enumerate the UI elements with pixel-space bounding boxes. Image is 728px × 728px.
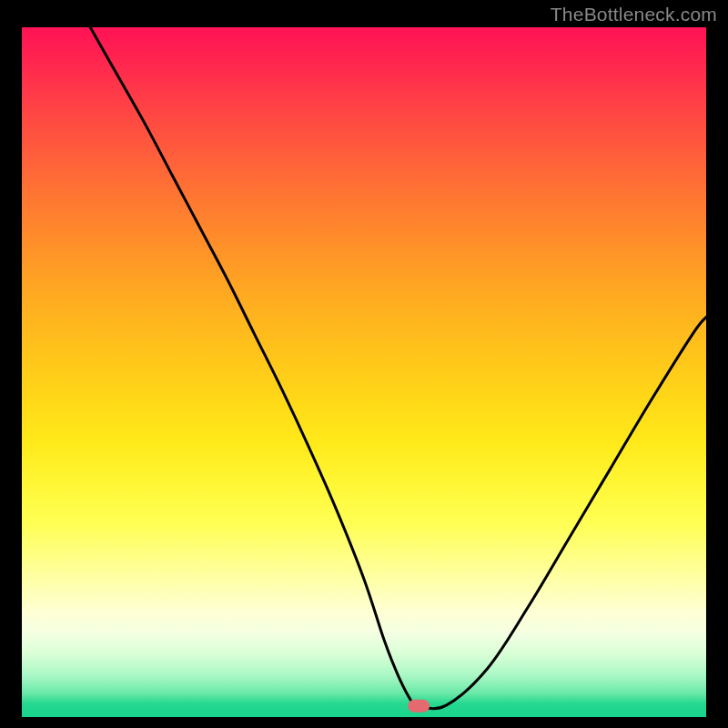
chart-stage: TheBottleneck.com	[0, 0, 728, 728]
plot-area	[22, 27, 706, 717]
watermark-label: TheBottleneck.com	[551, 4, 717, 25]
optimal-marker	[22, 27, 706, 717]
svg-rect-0	[408, 700, 430, 713]
